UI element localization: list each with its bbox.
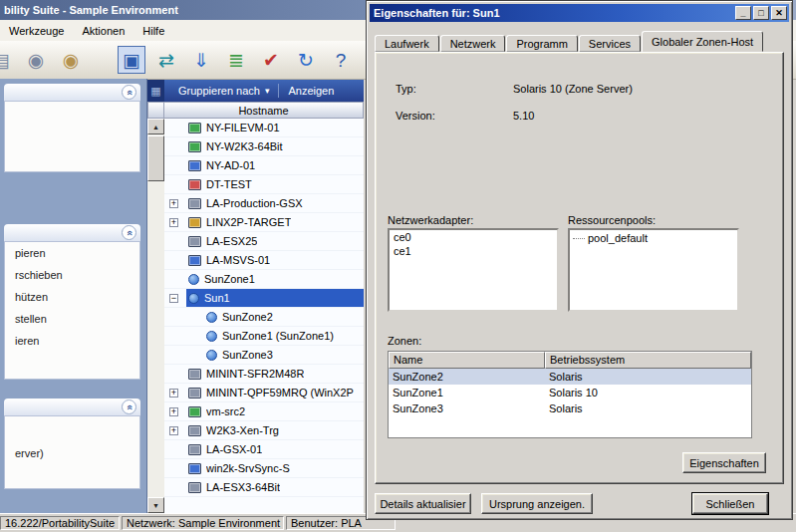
tab-globaler-zonen-host[interactable]: Globaler Zonen-Host: [642, 31, 763, 52]
tree-line: [573, 238, 585, 239]
properties-button[interactable]: Eigenschaften: [682, 452, 766, 473]
host-row-body: vm-src2: [186, 402, 364, 420]
task-item[interactable]: rschieben: [5, 264, 139, 286]
task-item[interactable]: pieren: [5, 242, 139, 264]
job-check-icon[interactable]: ✔: [257, 46, 285, 74]
scrollbar-thumb[interactable]: [147, 135, 164, 181]
host-row-body: Sun1: [186, 289, 364, 307]
task-section-body: [4, 101, 140, 172]
adapter-item[interactable]: ce1: [390, 244, 557, 258]
scroll-down-button[interactable]: ▼: [147, 497, 164, 513]
expand-icon[interactable]: +: [169, 218, 178, 227]
host-row[interactable]: LA-ESX3-64Bit: [164, 478, 364, 497]
grid-view-icon[interactable]: ▦: [147, 80, 164, 102]
host-row[interactable]: NY-FILEVM-01: [164, 119, 364, 137]
task-section-header[interactable]: «: [4, 224, 140, 241]
status-segment: 16.222/PortabilitySuite: [0, 516, 120, 530]
minimize-button[interactable]: _: [735, 6, 751, 20]
tab-laufwerk[interactable]: Laufwerk: [375, 35, 439, 52]
server-stack-icon[interactable]: ▤: [0, 46, 15, 74]
host-row[interactable]: LA-GSX-01: [164, 440, 364, 459]
collapse-chevron-icon[interactable]: «: [122, 85, 136, 100]
host-row-body: SunZone1 (SunZone1): [204, 327, 364, 345]
host-row[interactable]: SunZone2: [164, 308, 364, 327]
host-row[interactable]: +LA-Production-GSX: [164, 194, 364, 213]
host-row-body: LA-ESX25: [186, 232, 364, 250]
host-row-body: MININT-SFR2M48R: [186, 365, 364, 383]
refresh-details-button[interactable]: Details aktualisier: [375, 493, 471, 514]
vertical-scrollbar[interactable]: ▲ ▼: [147, 119, 164, 513]
adapter-item[interactable]: ce0: [390, 230, 557, 244]
host-row[interactable]: NY-AD-01: [164, 156, 364, 175]
task-item[interactable]: ieren: [5, 330, 139, 352]
host-row[interactable]: +W2K3-Xen-Trg: [164, 421, 364, 440]
host-row[interactable]: LA-MSVS-01: [164, 251, 364, 270]
tab-programm[interactable]: Programm: [506, 35, 577, 52]
task-item[interactable]: stellen: [5, 308, 139, 330]
expand-icon[interactable]: +: [169, 199, 178, 208]
host-row[interactable]: −Sun1: [164, 289, 364, 308]
cd-blue-icon[interactable]: ◉: [22, 46, 50, 74]
task-section-header[interactable]: «: [4, 399, 140, 415]
network-adapters-listbox[interactable]: ce0ce1: [388, 228, 559, 312]
pool-item[interactable]: pool_default: [570, 230, 737, 245]
task-item[interactable]: hützen: [5, 286, 139, 308]
host-row[interactable]: SunZone3: [164, 346, 364, 365]
discover-monitor-icon[interactable]: ▣: [118, 46, 145, 74]
host-row-body: DT-TEST: [186, 175, 364, 193]
expand-icon[interactable]: +: [169, 426, 178, 435]
host-icon: [188, 123, 201, 133]
show-button[interactable]: Anzeigen: [288, 85, 334, 97]
host-row[interactable]: LA-ESX25: [164, 232, 364, 251]
zones-column-header[interactable]: Betriebssystem: [545, 352, 751, 369]
collapse-icon[interactable]: −: [169, 294, 178, 303]
zone-row[interactable]: SunZone3Solaris: [389, 400, 751, 416]
close-dialog-button[interactable]: Schließen: [692, 493, 768, 514]
tab-netzwerk[interactable]: Netzwerk: [440, 35, 506, 52]
zone-row[interactable]: SunZone2Solaris: [389, 369, 751, 385]
dropdown-caret-icon[interactable]: ▾: [265, 86, 270, 96]
hostname-column-header[interactable]: Hostname: [164, 102, 364, 119]
task-item[interactable]: erver): [5, 442, 139, 464]
host-row-body: SunZone1: [186, 270, 364, 288]
cd-gold-icon[interactable]: ◉: [57, 46, 85, 74]
menu-werkzeuge[interactable]: Werkzeuge: [0, 22, 73, 40]
collapse-chevron-icon[interactable]: «: [122, 399, 136, 414]
resource-pools-label: Ressourcenpools:: [568, 214, 656, 226]
zones-table[interactable]: NameBetriebssystem SunZone2SolarisSunZon…: [388, 351, 752, 438]
menu-aktionen[interactable]: Aktionen: [73, 22, 133, 40]
expand-icon[interactable]: +: [169, 407, 178, 416]
host-row[interactable]: win2k-SrvSync-S: [164, 459, 364, 478]
convert-arrows-icon[interactable]: ⇄: [152, 46, 180, 74]
host-row[interactable]: DT-TEST: [164, 175, 364, 194]
zone-row[interactable]: SunZone1Solaris 10: [389, 385, 751, 400]
collapse-chevron-icon[interactable]: «: [122, 225, 136, 240]
task-section-header[interactable]: «: [4, 84, 140, 101]
host-icon: [188, 444, 201, 455]
tab-services[interactable]: Services: [579, 35, 641, 52]
resource-pools-tree[interactable]: pool_default: [568, 228, 739, 312]
show-origin-button[interactable]: Ursprung anzeigen.: [481, 493, 593, 514]
type-value: Solaris 10 (Zone Server): [513, 83, 633, 95]
close-button[interactable]: ✕: [771, 6, 787, 20]
host-row[interactable]: +MININT-QPF59MRQ (WinX2P: [164, 384, 364, 402]
host-row[interactable]: NY-W2K3-64Bit: [164, 137, 364, 156]
host-row[interactable]: SunZone1 (SunZone1): [164, 327, 364, 346]
zones-column-header[interactable]: Name: [389, 352, 545, 369]
script-icon[interactable]: ≣: [222, 46, 250, 74]
host-row[interactable]: +LINX2P-TARGET: [164, 213, 364, 232]
host-row[interactable]: SunZone1: [164, 270, 364, 289]
host-row[interactable]: MININT-SFR2M48R: [164, 365, 364, 384]
list-column-header: Hostname: [147, 102, 364, 119]
scroll-up-button[interactable]: ▲: [147, 119, 164, 134]
host-label: MININT-QPF59MRQ (WinX2P: [206, 387, 354, 399]
refresh-icon[interactable]: ↻: [292, 46, 320, 74]
host-row[interactable]: +vm-src2: [164, 402, 364, 421]
menu-hilfe[interactable]: Hilfe: [133, 22, 173, 40]
group-by-button[interactable]: Gruppieren nach: [178, 85, 260, 97]
main-window-title: bility Suite - Sample Environment: [4, 4, 178, 16]
expand-icon[interactable]: +: [169, 389, 178, 398]
help-icon[interactable]: ?: [327, 46, 355, 74]
import-download-icon[interactable]: ⇓: [187, 46, 215, 74]
maximize-button[interactable]: □: [753, 6, 769, 20]
